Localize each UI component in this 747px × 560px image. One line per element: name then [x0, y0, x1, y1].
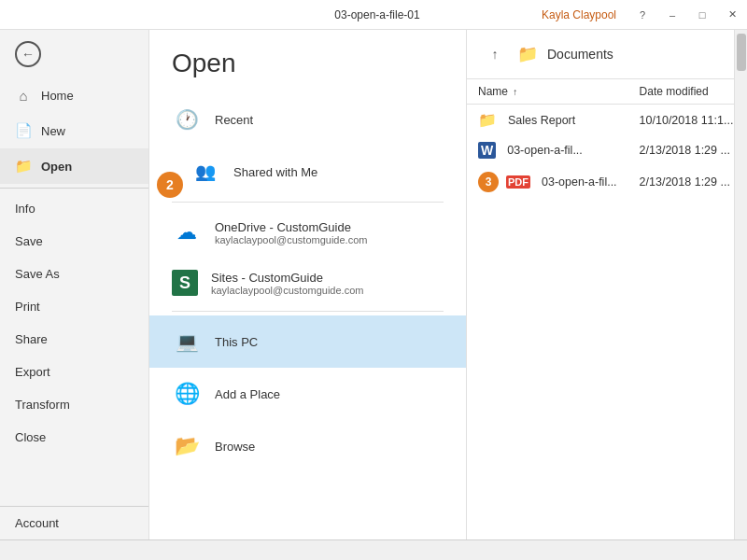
sidebar-divider-1	[0, 188, 148, 189]
shared-row-wrapper: 2 👥 Shared with Me	[149, 146, 466, 198]
thispc-icon: 💻	[172, 327, 202, 357]
files-table: Name ↑ Date modified 📁 Sales Report 10/1…	[467, 79, 734, 199]
titlebar-right: Kayla Claypool ? – □ ✕	[500, 0, 747, 30]
sidebar-item-account[interactable]: Account	[0, 507, 148, 539]
onedrive-info: OneDrive - CustomGuide kaylaclaypool@cus…	[215, 220, 367, 245]
onedrive-sub: kaylaclaypool@customguide.com	[215, 234, 367, 245]
shared-info: Shared with Me	[233, 165, 317, 179]
addplace-name: Add a Place	[215, 387, 280, 401]
col-name-header[interactable]: Name ↑	[467, 79, 628, 105]
col-date-header[interactable]: Date modified	[628, 79, 734, 105]
shared-icon: 👥	[190, 157, 220, 187]
sidebar-item-home[interactable]: ⌂ Home	[0, 78, 148, 113]
sidebar-item-save[interactable]: Save	[0, 225, 148, 258]
middle-panel: Open 🕐 Recent 2 👥 Shared with Me ☁	[149, 30, 467, 539]
file-name: 03-open-a-fil...	[542, 175, 617, 189]
sidebar-item-transform[interactable]: Transform	[0, 388, 148, 421]
sidebar-new-label: New	[41, 124, 65, 138]
location-sites[interactable]: S Sites - CustomGuide kaylaclaypool@cust…	[149, 259, 466, 307]
browse-info: Browse	[215, 440, 255, 454]
file-name: 03-open-a-fil...	[507, 144, 583, 157]
location-divider-2	[172, 311, 444, 312]
pdf-icon: PDF	[506, 175, 530, 189]
sidebar-account-label: Account	[15, 516, 59, 530]
table-row[interactable]: W 03-open-a-fil... 2/13/2018 1:29 ...	[467, 135, 734, 165]
location-shared[interactable]: 👥 Shared with Me	[149, 146, 466, 198]
location-browse[interactable]: 📂 Browse	[149, 420, 466, 472]
location-onedrive[interactable]: ☁ OneDrive - CustomGuide kaylaclaypool@c…	[149, 206, 466, 259]
sidebar-info-label: Info	[15, 202, 35, 216]
sidebar-item-share[interactable]: Share	[0, 323, 148, 356]
home-icon: ⌂	[15, 88, 32, 104]
sites-sub: kaylaclaypool@customguide.com	[211, 285, 363, 296]
location-divider-1	[172, 202, 444, 203]
right-header: ↑ 📁 Documents	[467, 30, 734, 79]
location-addplace[interactable]: 🌐 Add a Place	[149, 368, 466, 420]
file-name-cell: 3 PDF 03-open-a-fil...	[467, 165, 628, 199]
minimize-button[interactable]: –	[657, 0, 687, 30]
sidebar-item-open[interactable]: 📁 Open	[0, 148, 148, 184]
open-title: Open	[149, 30, 466, 93]
back-button[interactable]: ←	[0, 30, 148, 78]
table-row[interactable]: 3 PDF 03-open-a-fil... 2/13/2018 1:29 ..…	[467, 165, 734, 199]
titlebar: 03-open-a-file-01 Kayla Claypool ? – □ ✕	[0, 0, 747, 30]
folder-name-header: Documents	[547, 47, 613, 62]
sites-icon: S	[172, 270, 198, 296]
sidebar: ← ⌂ Home 📄 New 📁 Open Info Save Save As …	[0, 30, 149, 539]
word-icon: W	[478, 142, 496, 159]
sidebar-item-close[interactable]: Close	[0, 421, 148, 454]
shared-name: Shared with Me	[233, 165, 317, 179]
sidebar-close-label: Close	[15, 430, 46, 444]
browse-icon: 📂	[172, 431, 202, 461]
table-row[interactable]: 📁 Sales Report 10/10/2018 11:1...	[467, 105, 734, 136]
browse-name: Browse	[215, 440, 255, 454]
step-badge-2: 2	[157, 172, 183, 198]
recent-icon: 🕐	[172, 105, 202, 134]
sidebar-item-saveas[interactable]: Save As	[0, 258, 148, 290]
bottom-bar	[0, 539, 747, 560]
sites-info: Sites - CustomGuide kaylaclaypool@custom…	[211, 271, 363, 296]
close-button[interactable]: ✕	[717, 0, 747, 30]
nav-up-icon: ↑	[492, 47, 499, 62]
folder-icon: 📁	[478, 111, 497, 129]
sidebar-item-info[interactable]: Info	[0, 192, 148, 225]
recent-name: Recent	[215, 113, 253, 127]
new-icon: 📄	[15, 122, 32, 139]
location-thispc[interactable]: 💻 This PC	[149, 315, 466, 368]
sidebar-home-label: Home	[41, 89, 74, 103]
open-icon: 📁	[15, 158, 32, 175]
sidebar-export-label: Export	[15, 365, 50, 379]
sidebar-bottom: Account	[0, 506, 148, 539]
titlebar-user: Kayla Claypool	[542, 8, 616, 21]
sort-icon: ↑	[513, 87, 517, 97]
maximize-button[interactable]: □	[687, 0, 717, 30]
location-recent[interactable]: 🕐 Recent	[149, 93, 466, 146]
sidebar-item-new[interactable]: 📄 New	[0, 113, 148, 148]
table-header-row: Name ↑ Date modified	[467, 79, 734, 105]
back-icon: ←	[15, 41, 41, 67]
file-name-cell: 📁 Sales Report	[467, 105, 628, 136]
recent-info: Recent	[215, 113, 253, 127]
step-badge-3: 3	[478, 172, 499, 192]
file-name-cell: W 03-open-a-fil...	[467, 135, 628, 165]
sidebar-print-label: Print	[15, 300, 40, 314]
folder-header-icon: 📁	[517, 44, 538, 64]
nav-up-button[interactable]: ↑	[482, 41, 508, 67]
sidebar-transform-label: Transform	[15, 398, 70, 412]
main-layout: ← ⌂ Home 📄 New 📁 Open Info Save Save As …	[0, 30, 747, 539]
titlebar-filename: 03-open-a-file-01	[254, 8, 500, 21]
help-button[interactable]: ?	[627, 0, 657, 30]
sidebar-save-label: Save	[15, 234, 43, 248]
thispc-info: This PC	[215, 335, 258, 349]
onedrive-name: OneDrive - CustomGuide	[215, 220, 367, 234]
file-date: 2/13/2018 1:29 ...	[628, 165, 734, 199]
file-date: 2/13/2018 1:29 ...	[628, 135, 734, 165]
file-date: 10/10/2018 11:1...	[628, 105, 734, 136]
sidebar-item-print[interactable]: Print	[0, 290, 148, 323]
right-scrollbar[interactable]	[734, 30, 747, 539]
sites-name: Sites - CustomGuide	[211, 271, 363, 285]
addplace-info: Add a Place	[215, 387, 280, 401]
scrollbar-thumb[interactable]	[737, 34, 746, 71]
sidebar-item-export[interactable]: Export	[0, 356, 148, 388]
addplace-icon: 🌐	[172, 379, 202, 409]
